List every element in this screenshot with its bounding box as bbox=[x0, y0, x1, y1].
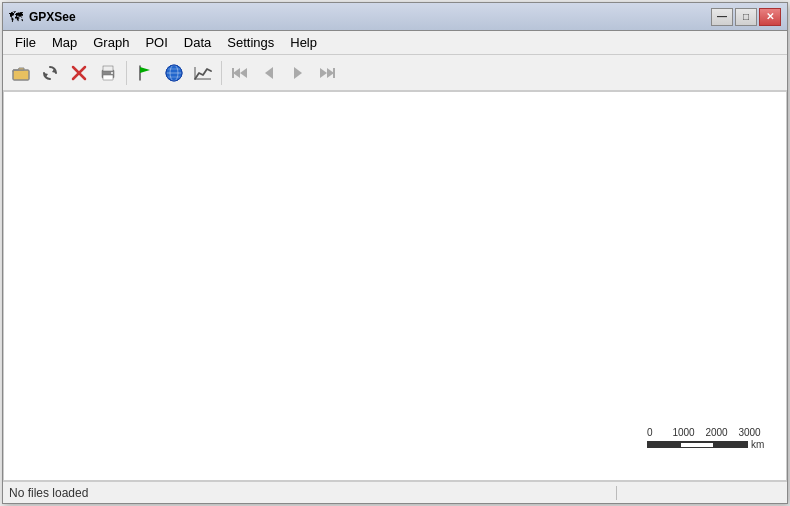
title-buttons: — □ ✕ bbox=[711, 8, 781, 26]
menu-map[interactable]: Map bbox=[44, 33, 85, 52]
maximize-button[interactable]: □ bbox=[735, 8, 757, 26]
svg-rect-5 bbox=[103, 75, 113, 80]
reload-button[interactable] bbox=[36, 59, 64, 87]
svg-marker-23 bbox=[327, 68, 334, 78]
scale-bar: 0 1000 2000 3000 km bbox=[647, 427, 766, 450]
status-separator bbox=[616, 486, 617, 500]
menu-poi[interactable]: POI bbox=[137, 33, 175, 52]
close-file-button[interactable] bbox=[65, 59, 93, 87]
status-text: No files loaded bbox=[9, 486, 612, 500]
back-button[interactable] bbox=[255, 59, 283, 87]
menu-help[interactable]: Help bbox=[282, 33, 325, 52]
reload-icon bbox=[40, 63, 60, 83]
scale-row: 0 1000 2000 3000 km bbox=[647, 427, 766, 450]
window-title: GPXSee bbox=[29, 10, 76, 24]
skip-forward-icon bbox=[317, 63, 337, 83]
print-icon bbox=[98, 63, 118, 83]
svg-marker-17 bbox=[233, 68, 240, 78]
scale-label-2: 2000 bbox=[700, 427, 733, 438]
app-icon: 🗺 bbox=[9, 9, 23, 25]
globe-icon bbox=[164, 63, 184, 83]
forward-icon bbox=[288, 63, 308, 83]
title-bar: 🗺 GPXSee — □ ✕ bbox=[3, 3, 787, 31]
title-bar-left: 🗺 GPXSee bbox=[9, 9, 76, 25]
scale-label-3: 3000 bbox=[733, 427, 766, 438]
print-button[interactable] bbox=[94, 59, 122, 87]
globe-button[interactable] bbox=[160, 59, 188, 87]
svg-point-7 bbox=[111, 72, 113, 74]
scale-label-0: 0 bbox=[647, 427, 667, 438]
open-icon bbox=[11, 63, 31, 83]
svg-marker-21 bbox=[294, 67, 302, 79]
scale-unit: km bbox=[751, 439, 764, 450]
minimize-button[interactable]: — bbox=[711, 8, 733, 26]
menu-data[interactable]: Data bbox=[176, 33, 219, 52]
menu-settings[interactable]: Settings bbox=[219, 33, 282, 52]
separator-1 bbox=[126, 61, 127, 85]
svg-rect-0 bbox=[13, 70, 29, 80]
chart-button[interactable] bbox=[189, 59, 217, 87]
separator-2 bbox=[221, 61, 222, 85]
flag-icon bbox=[135, 63, 155, 83]
open-button[interactable] bbox=[7, 59, 35, 87]
svg-rect-6 bbox=[103, 66, 113, 71]
scale-label-1: 1000 bbox=[667, 427, 700, 438]
map-area[interactable]: 0 1000 2000 3000 km bbox=[3, 91, 787, 481]
svg-marker-20 bbox=[265, 67, 273, 79]
close-file-icon bbox=[69, 63, 89, 83]
skip-back-icon bbox=[230, 63, 250, 83]
menu-bar: File Map Graph POI Data Settings Help bbox=[3, 31, 787, 55]
toolbar bbox=[3, 55, 787, 91]
forward-button[interactable] bbox=[284, 59, 312, 87]
skip-back-button[interactable] bbox=[226, 59, 254, 87]
svg-marker-22 bbox=[320, 68, 327, 78]
status-bar: No files loaded bbox=[3, 481, 787, 503]
back-icon bbox=[259, 63, 279, 83]
scale-bar-visual bbox=[647, 441, 748, 448]
chart-icon bbox=[193, 63, 213, 83]
close-button[interactable]: ✕ bbox=[759, 8, 781, 26]
menu-graph[interactable]: Graph bbox=[85, 33, 137, 52]
skip-forward-button[interactable] bbox=[313, 59, 341, 87]
svg-marker-18 bbox=[240, 68, 247, 78]
flag-button[interactable] bbox=[131, 59, 159, 87]
menu-file[interactable]: File bbox=[7, 33, 44, 52]
main-window: 🗺 GPXSee — □ ✕ File Map Graph POI Data S… bbox=[2, 2, 788, 504]
